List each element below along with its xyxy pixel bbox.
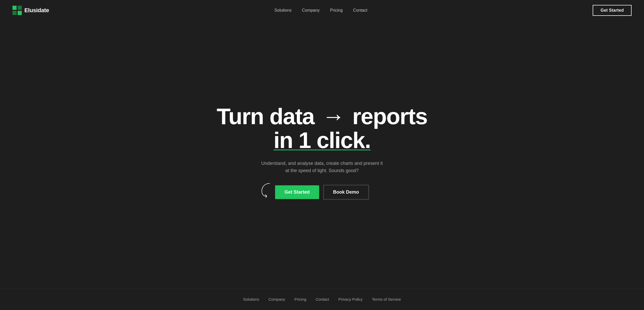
hero-arrow: → xyxy=(322,103,345,129)
svg-rect-3 xyxy=(18,11,22,15)
logo-link[interactable]: Elusidate xyxy=(12,6,49,15)
footer-privacy-policy[interactable]: Privacy Policy xyxy=(338,297,362,301)
hero-title-highlight: in 1 click. xyxy=(274,127,370,153)
footer-contact[interactable]: Contact xyxy=(316,297,329,301)
hero-book-demo-button[interactable]: Book Demo xyxy=(323,185,369,200)
hero-buttons: Get Started Book Demo xyxy=(275,185,369,200)
svg-rect-1 xyxy=(18,6,22,10)
logo-icon xyxy=(12,6,22,15)
hero-title: Turn data → reports in 1 click. xyxy=(217,104,427,152)
nav-links: Solutions Company Pricing Contact xyxy=(275,8,367,13)
nav-company[interactable]: Company xyxy=(302,8,319,12)
nav-contact[interactable]: Contact xyxy=(353,8,367,12)
nav-get-started-button[interactable]: Get Started xyxy=(593,5,632,16)
brand-name: Elusidate xyxy=(24,7,49,14)
footer: Solutions Company Pricing Contact Privac… xyxy=(0,288,644,310)
hero-subtitle: Understand, and analyse data, create cha… xyxy=(260,160,384,175)
footer-solutions[interactable]: Solutions xyxy=(243,297,259,301)
svg-rect-0 xyxy=(12,6,17,10)
footer-links: Solutions Company Pricing Contact Privac… xyxy=(243,297,401,302)
hero-title-part2: reports xyxy=(352,103,427,129)
nav-solutions[interactable]: Solutions xyxy=(275,8,292,12)
navbar: Elusidate Solutions Company Pricing Cont… xyxy=(0,0,644,21)
footer-company[interactable]: Company xyxy=(268,297,285,301)
curly-arrow-decoration xyxy=(260,182,272,198)
hero-title-part1: Turn data xyxy=(217,103,314,129)
footer-terms-of-service[interactable]: Terms of Service xyxy=(372,297,401,301)
hero-section: Turn data → reports in 1 click. Understa… xyxy=(0,21,644,288)
svg-rect-2 xyxy=(12,11,17,15)
footer-pricing[interactable]: Pricing xyxy=(295,297,306,301)
nav-pricing[interactable]: Pricing xyxy=(330,8,343,12)
hero-get-started-button[interactable]: Get Started xyxy=(275,185,319,199)
